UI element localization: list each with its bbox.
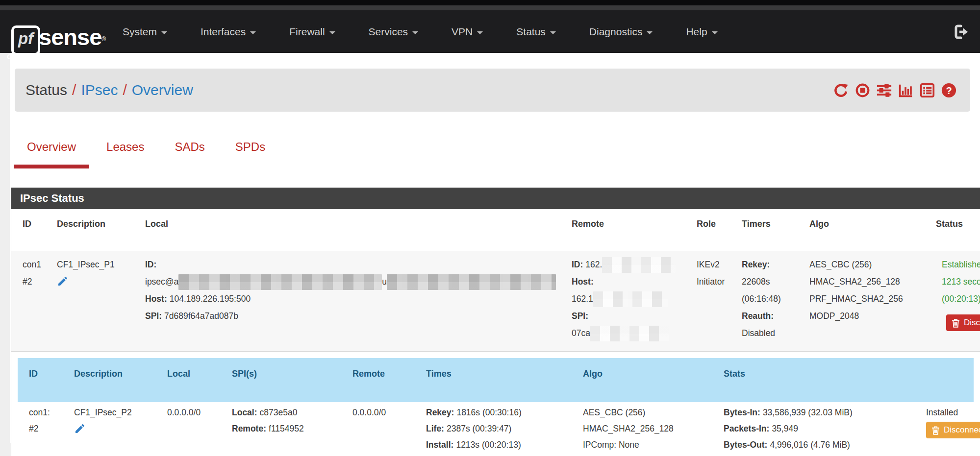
cell-timers: Rekey: 22608s (06:16:48) Reauth: Disable… [730,251,798,352]
nav-item-status[interactable]: Status [516,26,556,38]
pfsense-logo-pf[interactable]: pf [11,25,40,55]
ike-table-header-row: ID Description Local Remote Role Timers … [11,209,980,251]
col-description: Description [63,358,156,402]
algo-enc: AES_CBC (256) [809,256,925,273]
local-spi-label: SPI: [145,311,162,321]
tab-spds[interactable]: SPDs [222,135,278,165]
nav-item-services[interactable]: Services [369,26,419,38]
ike-sa-table: ID Description Local Remote Role Timers … [11,209,980,352]
nav-item-help[interactable]: Help [686,26,717,38]
algo-prf: PRF_HMAC_SHA2_256 [809,290,925,308]
redacted-local-id [178,274,382,290]
remote-id-value: 162. [585,260,602,269]
col-actions [915,358,974,402]
redacted-remote-spi [590,326,669,341]
bytes-out-value: 4,996,016 (4.76 MiB) [770,440,850,450]
cell-spis: Local:c873e5a0 Remote:f1154952 [221,402,341,456]
tab-leases[interactable]: Leases [93,135,157,165]
col-description: Description [46,209,134,251]
breadcrumb-link-overview[interactable]: Overview [132,82,193,98]
cell-actions: Installed Disconnect [915,402,974,456]
col-id: ID [18,358,63,402]
edit-pencil-icon[interactable] [57,275,69,287]
time-install-label: Install: [426,440,453,450]
ike-id: con1 [23,256,46,273]
child-sa-section: ID Description Local SPI(s) Remote Times… [18,358,974,456]
redacted-remote-id [602,257,676,273]
reauth-label: Reauth: [742,311,774,321]
help-icon[interactable]: ? [941,83,956,98]
list-icon[interactable] [920,83,935,98]
nav-item-diagnostics[interactable]: Diagnostics [589,26,653,38]
child-description: CF1_IPsec_P2 [74,405,156,421]
cell-description: CF1_IPsec_P1 [46,251,134,352]
status-seconds: 1213 seconds [942,273,980,290]
child-id: con1: [29,405,63,421]
bytes-in-label: Bytes-In: [724,408,760,417]
algo-integ: HMAC_SHA2_256_128 [809,273,925,290]
edit-pencil-icon[interactable] [74,423,86,434]
tab-overview[interactable]: Overview [14,135,89,168]
status-established: Established [942,256,980,273]
time-rekey-label: Rekey: [426,408,454,417]
chevron-down-icon [647,31,653,34]
child-algo-enc: AES_CBC (256) [583,405,712,421]
cell-role: IKEv2 Initiator [685,251,730,352]
stop-icon[interactable] [855,83,870,98]
sign-out-icon[interactable] [954,24,969,40]
cell-id: con1 #2 [11,251,46,352]
local-id-fragment: u [382,277,387,287]
remote-host-value: 162.1 [572,294,593,304]
col-role: Role [685,209,730,251]
disconnect-button[interactable]: Disconnect [946,314,980,331]
nav-item-system[interactable]: System [123,26,167,38]
redacted-remote-host [593,291,668,307]
child-table-row: con1: #2 CF1_IPsec_P2 0.0.0.0/0 Local:c8… [18,402,974,456]
packets-in-label: Packets-In: [724,424,769,433]
spi-local-label: Local: [232,408,257,417]
registered-mark: ® [101,36,105,43]
child-local-network: 0.0.0.0/0 [167,405,221,421]
nav-item-interfaces[interactable]: Interfaces [201,26,256,38]
pfsense-logo-sense[interactable]: sense® [39,25,105,51]
disconnect-label: Disconnect [964,318,980,328]
col-spis: SPI(s) [221,358,341,402]
bar-chart-icon[interactable] [898,83,913,98]
time-life-value: 2387s (00:39:47) [447,424,511,433]
chevron-down-icon [477,31,483,34]
role-value: Initiator [697,273,730,290]
rekey-value: 22608s [742,273,798,290]
breadcrumb-link-ipsec[interactable]: IPsec [81,82,118,98]
local-host-value: 104.189.226.195:500 [170,294,251,304]
ike-table-row: con1 #2 CF1_IPsec_P1 ID: ipsec@au Host:1… [11,251,980,352]
tab-sads[interactable]: SADs [161,135,218,165]
packets-in-value: 35,949 [772,424,798,433]
nav-item-firewall[interactable]: Firewall [289,26,335,38]
local-id-value: ipsec@a [145,277,178,287]
remote-host-label: Host: [572,277,594,287]
local-host-label: Host: [145,294,167,304]
nav-label: Help [686,26,707,37]
trash-icon [931,426,940,435]
nav-label: System [123,26,157,37]
col-timers: Timers [730,209,798,251]
panel-title: IPsec Status [11,188,980,209]
child-disconnect-button[interactable]: Disconnect [926,422,980,438]
window-top-strip [0,0,980,5]
ike-id-number: #2 [23,273,46,290]
refresh-icon[interactable] [833,83,849,98]
nav-menu: System Interfaces Firewall Services VPN … [123,10,718,53]
sliders-icon[interactable] [877,83,892,98]
chevron-down-icon [550,31,556,34]
col-local: Local [134,209,560,251]
local-id-label: ID: [145,260,156,269]
remote-spi-value: 07ca [572,328,590,338]
algo-dh: MODP_2048 [809,308,925,325]
cell-local: 0.0.0.0/0 [156,402,221,456]
spi-local-value: c873e5a0 [260,408,298,417]
nav-label: Interfaces [201,26,246,37]
cell-status: Established 1213 seconds (00:20:13) Disc… [925,251,980,352]
nav-item-vpn[interactable]: VPN [452,26,483,38]
reauth-value: Disabled [742,325,798,342]
cell-remote: 0.0.0.0/0 [341,402,415,456]
